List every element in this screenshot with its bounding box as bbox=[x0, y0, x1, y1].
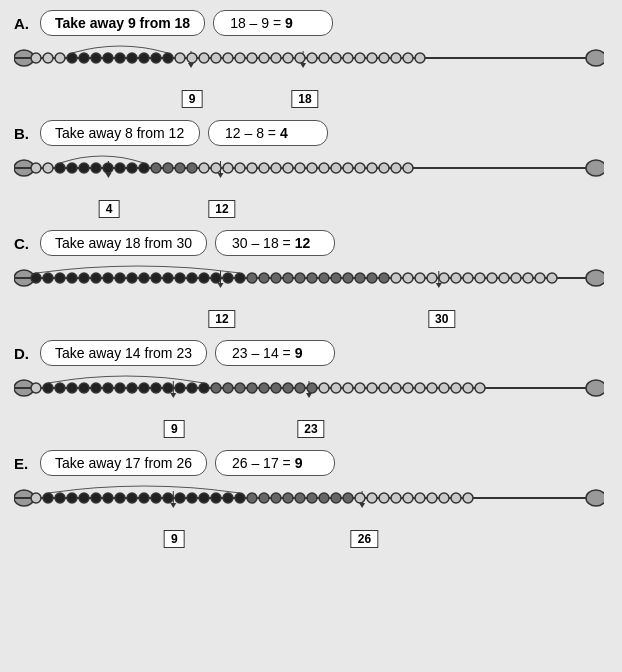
svg-point-57 bbox=[163, 163, 173, 173]
svg-point-19 bbox=[187, 53, 197, 63]
svg-point-58 bbox=[175, 163, 185, 173]
svg-point-173 bbox=[475, 383, 485, 393]
bead-diagram bbox=[14, 478, 608, 530]
svg-point-99 bbox=[199, 273, 209, 283]
marker-label: 12 bbox=[208, 310, 235, 328]
svg-point-207 bbox=[343, 493, 353, 503]
svg-point-98 bbox=[187, 273, 197, 283]
svg-point-52 bbox=[103, 163, 113, 173]
svg-point-189 bbox=[127, 493, 137, 503]
svg-point-16 bbox=[151, 53, 161, 63]
equation-box: 12 – 8 = 4 bbox=[208, 120, 328, 146]
svg-point-46 bbox=[31, 163, 41, 173]
svg-point-196 bbox=[211, 493, 221, 503]
problem-letter: E. bbox=[14, 455, 32, 472]
marker-label: 26 bbox=[351, 530, 378, 548]
svg-point-68 bbox=[295, 163, 305, 173]
svg-point-13 bbox=[115, 53, 125, 63]
svg-marker-82 bbox=[218, 283, 224, 288]
svg-point-203 bbox=[295, 493, 305, 503]
svg-point-204 bbox=[307, 493, 317, 503]
svg-point-186 bbox=[91, 493, 101, 503]
svg-point-187 bbox=[103, 493, 113, 503]
svg-point-156 bbox=[271, 383, 281, 393]
svg-point-62 bbox=[223, 163, 233, 173]
svg-point-22 bbox=[223, 53, 233, 63]
svg-point-146 bbox=[151, 383, 161, 393]
svg-point-88 bbox=[67, 273, 77, 283]
svg-marker-43 bbox=[105, 173, 111, 178]
svg-point-206 bbox=[331, 493, 341, 503]
svg-point-154 bbox=[247, 383, 257, 393]
bead-svg bbox=[14, 148, 604, 200]
equation-box: 30 – 18 = 12 bbox=[215, 230, 335, 256]
svg-point-20 bbox=[199, 53, 209, 63]
svg-point-59 bbox=[187, 163, 197, 173]
equation-answer: 9 bbox=[295, 345, 303, 361]
svg-point-218 bbox=[586, 490, 604, 506]
svg-point-7 bbox=[43, 53, 53, 63]
svg-point-168 bbox=[415, 383, 425, 393]
bead-svg bbox=[14, 258, 604, 310]
markers-row: 923 bbox=[14, 420, 608, 442]
marker-label: 4 bbox=[99, 200, 120, 218]
svg-point-202 bbox=[283, 493, 293, 503]
svg-point-111 bbox=[343, 273, 353, 283]
svg-point-155 bbox=[259, 383, 269, 393]
svg-point-169 bbox=[427, 383, 437, 393]
svg-point-34 bbox=[367, 53, 377, 63]
svg-point-153 bbox=[235, 383, 245, 393]
svg-point-64 bbox=[247, 163, 257, 173]
svg-point-149 bbox=[187, 383, 197, 393]
svg-point-77 bbox=[403, 163, 413, 173]
svg-point-48 bbox=[55, 163, 65, 173]
svg-point-159 bbox=[307, 383, 317, 393]
svg-marker-45 bbox=[218, 173, 224, 178]
svg-marker-3 bbox=[188, 63, 194, 68]
svg-point-90 bbox=[91, 273, 101, 283]
svg-point-143 bbox=[115, 383, 125, 393]
svg-point-147 bbox=[163, 383, 173, 393]
svg-point-152 bbox=[223, 383, 233, 393]
problem-letter: D. bbox=[14, 345, 32, 362]
equation-answer: 9 bbox=[295, 455, 303, 471]
svg-point-26 bbox=[271, 53, 281, 63]
svg-point-170 bbox=[439, 383, 449, 393]
svg-point-110 bbox=[331, 273, 341, 283]
svg-point-118 bbox=[427, 273, 437, 283]
svg-point-136 bbox=[31, 383, 41, 393]
problem-text: Take away 17 from 26 bbox=[40, 450, 207, 476]
svg-point-89 bbox=[79, 273, 89, 283]
svg-point-51 bbox=[91, 163, 101, 173]
svg-point-210 bbox=[379, 493, 389, 503]
svg-point-70 bbox=[319, 163, 329, 173]
bead-diagram bbox=[14, 258, 608, 310]
svg-point-47 bbox=[43, 163, 53, 173]
svg-point-144 bbox=[127, 383, 137, 393]
svg-point-117 bbox=[415, 273, 425, 283]
svg-point-54 bbox=[127, 163, 137, 173]
svg-point-129 bbox=[586, 270, 604, 286]
svg-point-150 bbox=[199, 383, 209, 393]
svg-point-86 bbox=[43, 273, 53, 283]
svg-point-190 bbox=[139, 493, 149, 503]
svg-point-67 bbox=[283, 163, 293, 173]
bead-diagram bbox=[14, 148, 608, 200]
svg-point-25 bbox=[259, 53, 269, 63]
svg-point-23 bbox=[235, 53, 245, 63]
svg-point-160 bbox=[319, 383, 329, 393]
svg-point-157 bbox=[283, 383, 293, 393]
problem-letter: A. bbox=[14, 15, 32, 32]
svg-point-199 bbox=[247, 493, 257, 503]
svg-point-75 bbox=[379, 163, 389, 173]
svg-point-55 bbox=[139, 163, 149, 173]
svg-point-56 bbox=[151, 163, 161, 173]
svg-point-194 bbox=[187, 493, 197, 503]
svg-point-123 bbox=[487, 273, 497, 283]
svg-point-106 bbox=[283, 273, 293, 283]
svg-point-101 bbox=[223, 273, 233, 283]
svg-point-124 bbox=[499, 273, 509, 283]
svg-point-29 bbox=[307, 53, 317, 63]
svg-point-15 bbox=[139, 53, 149, 63]
equation-box: 18 – 9 = 9 bbox=[213, 10, 333, 36]
